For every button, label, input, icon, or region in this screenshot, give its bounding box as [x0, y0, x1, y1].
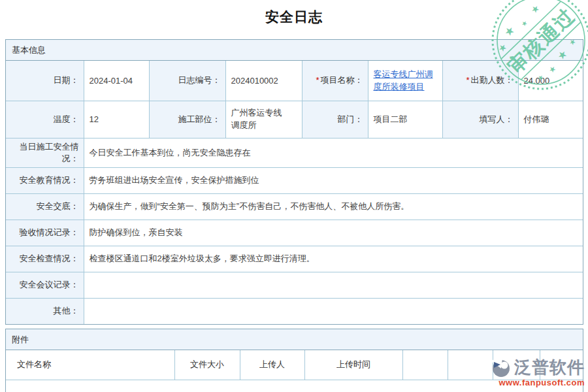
col-file-size: 文件大小 [174, 350, 240, 380]
required-asterisk: * [316, 75, 319, 85]
project-label: *项目名称： [302, 61, 368, 101]
today-safety-label: 当日施工安全情况： [6, 138, 84, 167]
section-title-attachments: 附件 [6, 329, 583, 350]
acceptance-record-label: 验收情况记录： [6, 220, 84, 246]
vendor-url: www.fanpusoft.com [498, 378, 585, 388]
acceptance-record-value: 防护确保到位，亲自安装 [84, 220, 583, 246]
attendance-value: 24.000 [518, 61, 583, 101]
basic-info-panel: 基本信息 日期： 2024-01-04 日志编号： 2024010002 *项目… [5, 39, 583, 325]
col-extra-2 [448, 350, 493, 380]
safety-meeting-value [84, 272, 583, 298]
required-asterisk: * [466, 75, 469, 85]
basic-info-table: 日期： 2024-01-04 日志编号： 2024010002 *项目名称： 客… [6, 61, 583, 324]
safety-inspection-value: 检查楼区通道口和2楼室外垃圾太多，要求强立即进行清理。 [84, 246, 583, 272]
safety-disclosure-label: 安全交底： [6, 193, 84, 220]
location-label: 施工部位： [149, 101, 225, 138]
safety-inspection-label: 安全检查情况： [6, 246, 84, 272]
project-value[interactable]: 客运专线广州调度所装修项目 [368, 61, 442, 101]
safety-education-label: 安全教育情况： [6, 167, 84, 193]
log-no-label: 日志编号： [149, 61, 225, 101]
filler-value: 付伟璐 [518, 101, 583, 138]
fanpu-logo-icon [489, 355, 513, 379]
safety-meeting-label: 安全会议记录： [6, 272, 84, 298]
safety-education-value: 劳务班组进出场安全宣传，安全保护措施到位 [84, 167, 583, 193]
today-safety-value: 今日安全工作基本到位，尚无安全隐患存在 [84, 138, 583, 167]
other-value [84, 298, 583, 324]
date-value: 2024-01-04 [84, 61, 149, 101]
temperature-value: 12 [84, 101, 149, 138]
page-title: 安全日志 [0, 8, 588, 26]
col-uploader: 上传人 [240, 350, 304, 380]
department-label: 部门： [302, 101, 368, 138]
temperature-label: 温度： [6, 101, 84, 138]
vendor-name: 泛普软件 [514, 359, 585, 376]
vendor-branding: 泛普软件 www.fanpusoft.com [489, 355, 585, 388]
log-no-value: 2024010002 [225, 61, 302, 101]
section-title-basic: 基本信息 [6, 40, 583, 61]
date-label: 日期： [6, 61, 84, 101]
attendance-label: *出勤人数： [442, 61, 518, 101]
filler-label: 填写人： [442, 101, 518, 138]
department-value: 项目二部 [368, 101, 442, 138]
col-file-name: 文件名称 [6, 350, 174, 380]
project-link[interactable]: 客运专线广州调度所装修项目 [374, 68, 437, 93]
other-label: 其他： [6, 298, 84, 324]
col-upload-time: 上传时间 [304, 350, 402, 380]
safety-disclosure-value: 为确保生产，做到“安全第一、预防为主”不伤害自己，不伤害他人、不被他人所伤害。 [84, 193, 583, 220]
col-extra-1 [402, 350, 448, 380]
location-value: 广州客运专线调度所 [225, 101, 302, 138]
